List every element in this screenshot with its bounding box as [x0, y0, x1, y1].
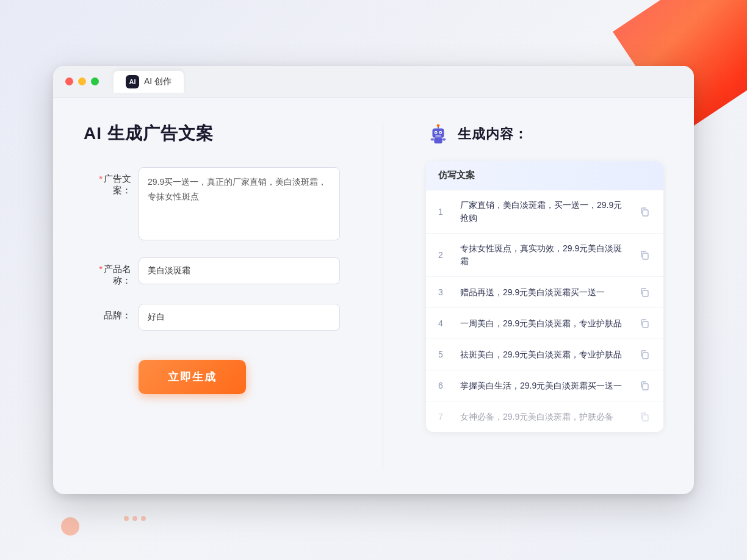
required-star-1: * [99, 173, 103, 184]
svg-point-7 [437, 124, 440, 127]
svg-rect-5 [435, 135, 441, 137]
main-content: AI 生成广告文案 *广告文案： 29.9买一送一，真正的厂家直销，美白淡斑霜，… [53, 98, 694, 494]
svg-rect-14 [643, 321, 648, 328]
table-row: 6 掌握美白生活，29.9元美白淡斑霜买一送一 [426, 370, 663, 401]
brand-input[interactable] [139, 304, 340, 331]
panel-divider [383, 122, 383, 470]
row-text: 掌握美白生活，29.9元美白淡斑霜买一送一 [460, 379, 628, 392]
svg-rect-17 [643, 415, 648, 421]
row-number: 1 [438, 207, 450, 217]
title-bar: AI AI 创作 [53, 66, 694, 98]
copy-icon[interactable] [638, 410, 651, 423]
brand-group: 品牌： [84, 304, 340, 331]
svg-rect-15 [643, 353, 648, 359]
row-number: 2 [438, 250, 450, 260]
copy-icon[interactable] [638, 285, 651, 299]
copy-icon[interactable] [638, 317, 651, 330]
product-name-label: *产品名称： [84, 257, 139, 287]
tab-title: AI 创作 [144, 76, 171, 87]
svg-point-4 [440, 132, 441, 133]
page-title: AI 生成广告文案 [84, 122, 340, 145]
traffic-lights [65, 77, 99, 85]
row-number: 5 [438, 350, 450, 359]
copy-icon[interactable] [638, 205, 651, 218]
table-row: 2 专抹女性斑点，真实功效，29.9元美白淡斑霜 [426, 234, 663, 277]
row-text: 一周美白，29.9元美白淡斑霜，专业护肤品 [460, 317, 628, 330]
copy-icon[interactable] [638, 348, 651, 361]
results-title: 生成内容： [458, 125, 528, 143]
generate-button[interactable]: 立即生成 [139, 360, 246, 394]
ad-copy-group: *广告文案： 29.9买一送一，真正的厂家直销，美白淡斑霜，专抹女性斑点 [84, 167, 340, 240]
table-row: 3 赠品再送，29.9元美白淡斑霜买一送一 [426, 277, 663, 308]
svg-point-3 [435, 132, 436, 133]
product-name-group: *产品名称： [84, 257, 340, 287]
browser-window: AI AI 创作 AI 生成广告文案 *广告文案： 29.9买一送一，真正的厂家… [53, 66, 694, 494]
svg-rect-9 [431, 138, 435, 141]
copy-icon[interactable] [638, 379, 651, 392]
results-table: 仿写文案 1 厂家直销，美白淡斑霜，买一送一，29.9元抢购 2 专抹女性斑点，… [426, 161, 663, 432]
svg-rect-16 [643, 384, 648, 390]
row-text: 祛斑美白，29.9元美白淡斑霜，专业护肤品 [460, 348, 628, 361]
product-name-input[interactable] [139, 257, 340, 284]
right-panel: 生成内容： 仿写文案 1 厂家直销，美白淡斑霜，买一送一，29.9元抢购 2 专… [426, 122, 663, 470]
svg-rect-13 [643, 290, 648, 296]
table-row: 4 一周美白，29.9元美白淡斑霜，专业护肤品 [426, 308, 663, 339]
table-row: 1 厂家直销，美白淡斑霜，买一送一，29.9元抢购 [426, 190, 663, 234]
brand-label: 品牌： [84, 304, 139, 321]
ad-copy-textarea[interactable]: 29.9买一送一，真正的厂家直销，美白淡斑霜，专抹女性斑点 [139, 167, 340, 240]
row-number: 3 [438, 287, 450, 297]
minimize-button[interactable] [78, 77, 86, 85]
left-panel: AI 生成广告文案 *广告文案： 29.9买一送一，真正的厂家直销，美白淡斑霜，… [84, 122, 340, 470]
svg-rect-10 [442, 138, 446, 141]
row-text: 厂家直销，美白淡斑霜，买一送一，29.9元抢购 [460, 199, 628, 224]
right-header: 生成内容： [426, 122, 663, 146]
table-header: 仿写文案 [426, 161, 663, 190]
ad-copy-label: *广告文案： [84, 167, 139, 196]
row-number: 4 [438, 318, 450, 328]
svg-rect-8 [434, 138, 442, 144]
maximize-button[interactable] [91, 77, 99, 85]
row-number: 6 [438, 381, 450, 390]
robot-icon [426, 122, 450, 146]
table-row: 5 祛斑美白，29.9元美白淡斑霜，专业护肤品 [426, 339, 663, 370]
required-star-2: * [99, 264, 103, 274]
svg-rect-11 [643, 210, 648, 216]
tab-ai-create[interactable]: AI AI 创作 [114, 71, 184, 93]
table-row: 7 女神必备，29.9元美白淡斑霜，护肤必备 [426, 401, 663, 432]
decorative-dots [122, 512, 148, 523]
copy-icon[interactable] [638, 248, 651, 262]
tab-ai-icon: AI [126, 75, 139, 88]
row-text: 赠品再送，29.9元美白淡斑霜买一送一 [460, 286, 628, 299]
svg-rect-12 [643, 253, 648, 259]
row-text: 专抹女性斑点，真实功效，29.9元美白淡斑霜 [460, 242, 628, 268]
row-text: 女神必备，29.9元美白淡斑霜，护肤必备 [460, 411, 628, 423]
close-button[interactable] [65, 77, 73, 85]
row-number: 7 [438, 412, 450, 422]
